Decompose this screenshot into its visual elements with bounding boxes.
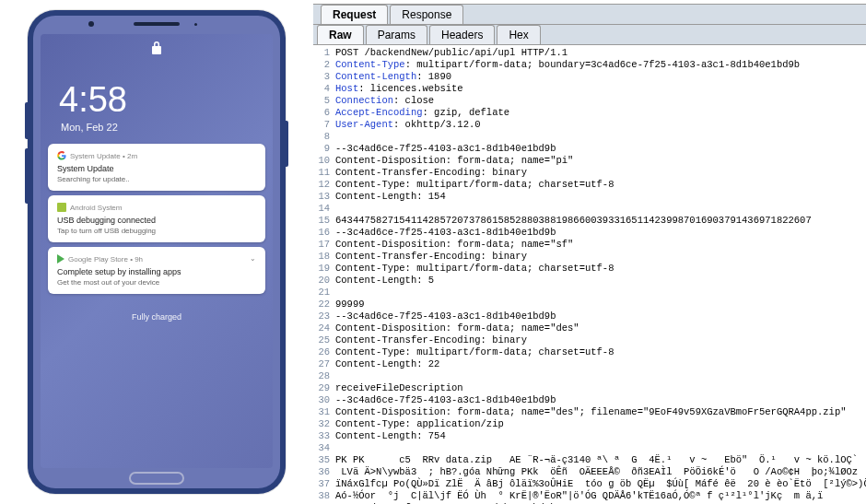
code-line: 14 <box>313 203 866 215</box>
notification-app-name: Google Play Store • 9h <box>68 255 143 264</box>
code-line: 3Content-Length: 1890 <box>313 71 866 83</box>
code-line: 16--3c4ad6ce-7f25-4103-a3c1-8d1b40e1bd9b <box>313 227 866 239</box>
home-button[interactable] <box>129 472 184 485</box>
line-number: 12 <box>313 179 335 191</box>
line-content: Content-Transfer-Encoding: binary <box>335 334 527 346</box>
line-content: LVä Ä>N\ywbä3 ; hB?.góa Những PKk öÊñ OÄ… <box>335 466 866 478</box>
notification-header: Google Play Store • 9h <box>57 254 256 264</box>
code-line: 5Connection: close <box>313 95 866 107</box>
line-number: 25 <box>313 334 335 346</box>
line-content: Content-Type: multipart/form-data; chars… <box>335 263 614 275</box>
code-line: 25Content-Transfer-Encoding: binary <box>313 334 866 346</box>
line-number: 35 <box>313 454 335 466</box>
code-line: 2299999 <box>313 299 866 311</box>
line-number: 3 <box>313 71 335 83</box>
notification-app-name: Android System <box>70 204 122 212</box>
line-content: POST /backendNew/public/api/upl HTTP/1.1 <box>335 47 568 59</box>
lock-screen[interactable]: 4:58 Mon, Feb 22 System Update • 2mSyste… <box>41 34 273 468</box>
line-number: 29 <box>313 382 335 394</box>
line-number: 22 <box>313 299 335 311</box>
power-button <box>286 121 288 167</box>
line-number: 10 <box>313 155 335 167</box>
line-content: Host: licences.website <box>335 83 463 95</box>
code-line: 27Content-Length: 22 <box>313 358 866 370</box>
line-content: --3c4ad6ce-7f25-4103-a3c1-8d1b40e1bd9b <box>335 311 556 322</box>
line-number: 6 <box>313 107 335 119</box>
line-number: 28 <box>313 370 335 382</box>
notification-subtitle: Tap to turn off USB debugging <box>57 227 256 235</box>
line-number: 11 <box>313 167 335 179</box>
notification-list: System Update • 2mSystem UpdateSearching… <box>41 133 273 294</box>
primary-tab-row: RequestResponse <box>313 4 866 24</box>
notification-subtitle: Searching for update.. <box>57 175 256 183</box>
line-content: Accept-Encoding: gzip, deflate <box>335 107 509 119</box>
http-proxy-panel: RequestResponse RawParamsHeadersHex 1POS… <box>313 0 866 504</box>
line-number: 31 <box>313 406 335 418</box>
subtab-raw[interactable]: Raw <box>317 25 364 44</box>
code-line: 36 LVä Ä>N\ywbä3 ; hB?.góa Những PKk öÊñ… <box>313 466 866 478</box>
tab-response[interactable]: Response <box>390 5 463 24</box>
notification-app-name: System Update • 2m <box>70 152 137 160</box>
code-line: 13Content-Length: 154 <box>313 191 866 203</box>
line-content: Content-Disposition: form-data; name="de… <box>335 322 579 334</box>
lock-icon <box>41 34 273 57</box>
notification-card[interactable]: Android SystemUSB debugging connectedTap… <box>48 195 265 242</box>
line-content: ïNáxGlfcµ Po(QÙ»Dï ZlË Ä âBj ôläï%3oÛHiE… <box>335 478 866 490</box>
code-line: 32Content-Type: application/zip <box>313 418 866 430</box>
lock-screen-time: 4:58 <box>41 57 273 120</box>
code-line: 18Content-Transfer-Encoding: binary <box>313 251 866 263</box>
code-line: 34 <box>313 442 866 454</box>
phone-inner-frame: 4:58 Mon, Feb 22 System Update • 2mSyste… <box>33 16 280 488</box>
line-number: 4 <box>313 83 335 95</box>
code-line: 26Content-Type: multipart/form-data; cha… <box>313 346 866 358</box>
subtab-hex[interactable]: Hex <box>497 25 540 44</box>
line-content: Content-Length: 1890 <box>335 71 451 83</box>
code-line: 6Accept-Encoding: gzip, deflate <box>313 107 866 119</box>
lock-screen-date: Mon, Feb 22 <box>41 120 273 133</box>
code-line: 9--3c4ad6ce-7f25-4103-a3c1-8d1b40e1bd9b <box>313 143 866 155</box>
line-content: --3c4ad6ce-7f25-4103-a3c1-8d1b40e1bd9b <box>335 394 556 406</box>
notification-header: Android System <box>57 203 256 212</box>
sensor-dot <box>194 23 197 26</box>
line-content: Content-Length: 5 <box>335 275 434 287</box>
line-number: 13 <box>313 191 335 203</box>
code-line: 37ïNáxGlfcµ Po(QÙ»Dï ZlË Ä âBj ôläï%3oÛH… <box>313 478 866 490</box>
line-number: 5 <box>313 95 335 107</box>
code-line: 33Content-Length: 754 <box>313 430 866 442</box>
subtab-params[interactable]: Params <box>366 25 427 44</box>
line-content: Content-Transfer-Encoding: binary <box>335 167 527 179</box>
line-content: Content-Type: multipart/form-data; chars… <box>335 346 614 358</box>
line-number: 32 <box>313 418 335 430</box>
code-line: 10Content-Disposition: form-data; name="… <box>313 155 866 167</box>
code-line: 28 <box>313 370 866 382</box>
earpiece-speaker <box>134 22 180 26</box>
code-line: 21 <box>313 287 866 299</box>
code-line: 19Content-Type: multipart/form-data; cha… <box>313 263 866 275</box>
line-number: 36 <box>313 466 335 478</box>
notification-subtitle: Get the most out of your device <box>57 278 256 287</box>
phone-frame: 4:58 Mon, Feb 22 System Update • 2mSyste… <box>28 10 286 494</box>
subtab-headers[interactable]: Headers <box>429 25 495 44</box>
notification-card[interactable]: System Update • 2mSystem UpdateSearching… <box>48 144 265 191</box>
line-number: 17 <box>313 239 335 251</box>
line-number: 18 <box>313 251 335 263</box>
secondary-tab-row: RawParamsHeadersHex <box>313 24 866 44</box>
volume-down-button <box>25 148 28 204</box>
line-number: 2 <box>313 59 335 71</box>
code-line: 23--3c4ad6ce-7f25-4103-a3c1-8d1b40e1bd9b <box>313 311 866 322</box>
line-number: 30 <box>313 394 335 406</box>
notification-header: System Update • 2m <box>57 151 256 160</box>
code-line: 31Content-Disposition: form-data; name="… <box>313 406 866 418</box>
line-number: 33 <box>313 430 335 442</box>
notification-card[interactable]: Google Play Store • 9hComplete setup by … <box>48 247 265 294</box>
code-line: 29receiveFileDescription <box>313 382 866 394</box>
tab-request[interactable]: Request <box>321 5 388 24</box>
code-line: 4Host: licences.website <box>313 83 866 95</box>
raw-request-view[interactable]: 1POST /backendNew/public/api/upl HTTP/1.… <box>313 44 866 504</box>
code-line: 8 <box>313 131 866 143</box>
line-content: Content-Type: application/zip <box>335 418 504 430</box>
line-number: 16 <box>313 227 335 239</box>
chevron-down-icon[interactable]: ⌄ <box>250 254 256 263</box>
line-content: Content-Disposition: form-data; name="de… <box>335 406 847 418</box>
code-line: 11Content-Transfer-Encoding: binary <box>313 167 866 179</box>
